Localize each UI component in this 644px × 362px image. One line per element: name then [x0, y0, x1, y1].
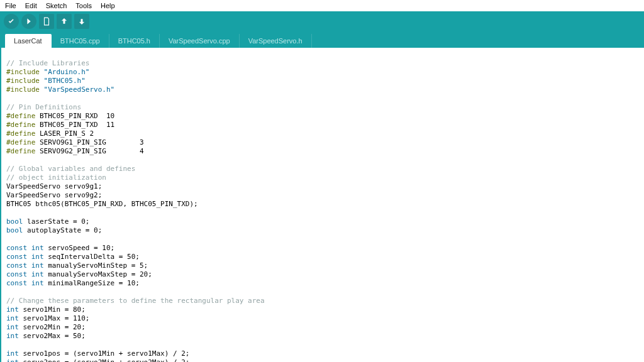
code-text: servo2Max = 50;	[19, 332, 86, 340]
code-text: seqIntervalDelta = 50;	[44, 253, 140, 261]
code-line: int	[6, 332, 19, 340]
code-text: "BTHC05.h"	[44, 77, 86, 85]
menu-tools[interactable]: Tools	[75, 2, 92, 9]
arrow-up-icon	[60, 17, 69, 26]
code-text: manualyServoMaxStep = 20;	[44, 270, 152, 278]
code-line: #include	[6, 68, 40, 76]
code-text: int	[31, 253, 44, 261]
code-line: const	[6, 270, 27, 278]
code-text: SERVO9G1_PIN_SIG 3	[40, 138, 144, 146]
code-line: BTHC05 bthc05(BTHC05_PIN_RXD, BTHC05_PIN…	[6, 200, 198, 208]
code-text: servoSpeed = 10;	[44, 244, 115, 252]
tab-bar: LaserCat BTHC05.cpp BTHC05.h VarSpeedSer…	[0, 31, 644, 48]
code-line: VarSpeedServo servo9g2;	[6, 191, 102, 199]
menu-sketch[interactable]: Sketch	[46, 2, 67, 9]
verify-button[interactable]	[4, 14, 19, 29]
code-line: // Pin Definitions	[6, 103, 81, 111]
menu-bar: File Edit Sketch Tools Help	[0, 0, 644, 11]
code-text: int	[31, 261, 44, 270]
code-line: #include	[6, 85, 40, 94]
code-text: int	[31, 279, 44, 287]
arrow-down-icon	[77, 17, 86, 26]
code-line: bool	[6, 226, 23, 234]
tab-bthc05-cpp[interactable]: BTHC05.cpp	[52, 34, 109, 48]
code-text: servo1pos = (servo1Min + servo1Max) / 2;	[19, 349, 190, 358]
menu-edit[interactable]: Edit	[25, 2, 37, 9]
code-text: minimalRangeSize = 10;	[44, 279, 140, 287]
code-line: // Include Libraries	[6, 59, 89, 67]
open-button[interactable]	[57, 14, 72, 29]
code-line: const	[6, 253, 27, 261]
code-text: servo1Max = 110;	[19, 314, 90, 322]
code-line: // Change these parameters to define the…	[6, 297, 265, 305]
menu-file[interactable]: File	[5, 2, 16, 9]
code-text: BTHC05_PIN_RXD 10	[40, 112, 114, 120]
code-text: servo1Min = 80;	[19, 305, 86, 314]
arrow-right-icon	[25, 17, 33, 26]
code-line: const	[6, 244, 27, 252]
code-line: #define	[6, 121, 35, 129]
code-line: // Global variables and defines	[6, 165, 135, 173]
code-line: #define	[6, 129, 35, 138]
tab-lasercat[interactable]: LaserCat	[5, 34, 52, 48]
code-line: int	[6, 305, 19, 314]
upload-button[interactable]	[21, 14, 36, 29]
code-line: const	[6, 279, 27, 287]
code-text: "VarSpeedServo.h"	[44, 85, 115, 94]
code-editor[interactable]: // Include Libraries #include "Arduino.h…	[0, 48, 644, 362]
code-text: manualyServoMinStep = 5;	[44, 261, 148, 270]
code-text: "Arduino.h"	[44, 68, 90, 76]
code-line: #include	[6, 77, 40, 85]
code-line: bool	[6, 217, 23, 226]
code-text: LASER_PIN_S 2	[40, 129, 94, 138]
code-line: #define	[6, 147, 35, 155]
code-line: int	[6, 314, 19, 322]
new-sketch-button[interactable]	[39, 14, 54, 29]
code-text: laserState = 0;	[23, 217, 90, 226]
tab-varspeedservo-cpp[interactable]: VarSpeedServo.cpp	[160, 34, 240, 48]
save-button[interactable]	[74, 14, 89, 29]
toolbar	[0, 11, 644, 31]
code-line: // object initialization	[6, 173, 106, 182]
code-line: int	[6, 349, 19, 358]
code-text: int	[31, 244, 44, 252]
code-text: servo2pos = (servo2Min + servo2Max) / 2;	[19, 358, 190, 362]
code-line: #define	[6, 138, 35, 146]
code-text: autoplayState = 0;	[23, 226, 103, 234]
menu-help[interactable]: Help	[101, 2, 115, 9]
check-icon	[7, 17, 16, 26]
code-text: int	[31, 270, 44, 278]
document-icon	[42, 17, 51, 26]
code-line: VarSpeedServo servo9g1;	[6, 182, 102, 190]
code-line: int	[6, 358, 19, 362]
tab-varspeedservo-h[interactable]: VarSpeedServo.h	[240, 34, 312, 48]
tab-bthc05-h[interactable]: BTHC05.h	[109, 34, 160, 48]
code-text: SERVO9G2_PIN_SIG 4	[40, 147, 144, 155]
code-line: int	[6, 323, 19, 331]
code-line: const	[6, 261, 27, 270]
code-text: servo2Min = 20;	[19, 323, 86, 331]
code-text: BTHC05_PIN_TXD 11	[40, 121, 114, 129]
code-line: #define	[6, 112, 35, 120]
